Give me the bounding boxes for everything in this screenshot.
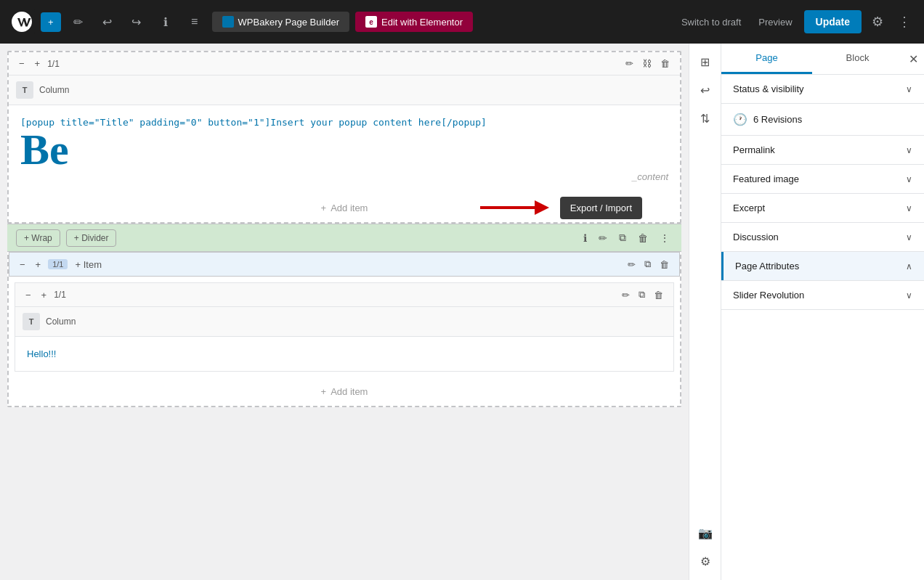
block-1-content: [popup title="Title" padding="0" button=… — [9, 105, 680, 194]
inner-plus[interactable]: + — [38, 288, 50, 302]
undo-tool-button[interactable]: ↩ — [694, 78, 716, 103]
item-label: + Item — [75, 259, 102, 270]
section-featured-image: Featured image ∨ — [721, 165, 924, 194]
add-button[interactable]: + — [41, 12, 61, 32]
info-button[interactable]: ℹ — [154, 10, 177, 33]
block-1-edit[interactable]: ✏ — [623, 57, 636, 70]
wpbakery-label: WPBakery Page Builder — [238, 17, 339, 28]
block-1-column-row: T Column — [9, 75, 680, 105]
page-attributes-header[interactable]: Page Attributes ∧ — [721, 252, 924, 280]
page-attributes-chevron: ∧ — [906, 261, 912, 271]
arrow-right-icon — [480, 193, 553, 222]
wpbakery-button[interactable]: WPBakery Page Builder — [212, 12, 349, 32]
revisions-label: 6 Revisions — [753, 114, 802, 125]
undo-button[interactable]: ↩ — [96, 10, 119, 33]
block-2: − + 1/1 + Item ✏ ⧉ 🗑 − + 1/1 — [7, 252, 681, 407]
block-2-add-item[interactable]: + Add item — [9, 377, 680, 406]
preview-button[interactable]: Preview — [753, 12, 798, 32]
elementor-button[interactable]: e Edit with Elementor — [355, 12, 473, 32]
block-2-minus[interactable]: − — [17, 258, 28, 271]
inner-block: − + 1/1 ✏ ⧉ 🗑 T Column Hello!!! — [15, 282, 674, 372]
toolbar-row: + Wrap + Divider ℹ ✏ ⧉ 🗑 ⋮ — [7, 224, 681, 252]
block-1-plus[interactable]: + — [32, 57, 44, 70]
revisions-header[interactable]: 🕐 6 Revisions — [721, 104, 924, 135]
menu-button[interactable]: ≡ — [183, 10, 206, 33]
hello-text: Hello!!! — [27, 348, 662, 359]
block-1-minus[interactable]: − — [16, 57, 28, 70]
status-visibility-chevron: ∨ — [906, 84, 912, 94]
item-label-btn[interactable]: + Item — [72, 258, 105, 271]
more-options-button[interactable]: ⋮ — [893, 9, 915, 34]
block-1-ratio: 1/1 — [47, 59, 60, 69]
wpbakery-icon — [222, 16, 234, 28]
content-placeholder: _content — [20, 171, 668, 182]
revisions-row: 🕐 6 Revisions — [733, 113, 802, 126]
elementor-icon: e — [365, 16, 377, 28]
panel-tabs: Page Block ✕ — [721, 44, 924, 75]
inner-minus[interactable]: − — [23, 288, 34, 302]
section-discussion: Discussion ∨ — [721, 223, 924, 252]
tab-block[interactable]: Block — [812, 44, 903, 74]
update-button[interactable]: Update — [804, 10, 862, 33]
redo-button[interactable]: ↪ — [125, 10, 148, 33]
inner-trash[interactable]: 🗑 — [651, 287, 666, 302]
slider-revolution-chevron: ∨ — [906, 290, 912, 301]
toolbar-trash-btn[interactable]: 🗑 — [635, 229, 651, 247]
settings-icon-button[interactable]: ⚙ — [867, 9, 888, 34]
permalink-header[interactable]: Permalink ∨ — [721, 136, 924, 164]
excerpt-chevron: ∨ — [906, 203, 912, 213]
clock-icon: 🕐 — [733, 113, 747, 126]
sort-tool-button[interactable]: ⇅ — [694, 106, 716, 131]
excerpt-header[interactable]: Excerpt ∨ — [721, 194, 924, 222]
inner-block-header: − + 1/1 ✏ ⧉ 🗑 — [15, 283, 673, 307]
item-row: − + 1/1 + Item ✏ ⧉ 🗑 — [9, 252, 680, 277]
add-item-plus-icon: + — [321, 203, 327, 213]
inner-block-content: Hello!!! — [15, 337, 673, 371]
excerpt-label: Excerpt — [733, 203, 765, 213]
block-2-plus[interactable]: + — [33, 258, 44, 271]
toolbar-info-btn[interactable]: ℹ — [580, 229, 590, 247]
featured-image-header[interactable]: Featured image ∨ — [721, 165, 924, 193]
topbar: + ✏ ↩ ↪ ℹ ≡ WPBakery Page Builder e Edit… — [0, 0, 924, 44]
toolbar-ellipsis-btn[interactable]: ⋮ — [657, 229, 673, 247]
right-panel: Page Block ✕ Status & visibility ∨ 🕐 6 R… — [721, 44, 924, 580]
toolbar-copy-btn[interactable]: ⧉ — [616, 229, 629, 247]
inner-column-label: Column — [46, 316, 76, 327]
block-1-header: − + 1/1 ✏ ⛓ 🗑 — [9, 52, 680, 75]
block-1-delete[interactable]: 🗑 — [657, 57, 673, 70]
panel-close-button[interactable]: ✕ — [903, 44, 924, 74]
popup-shortcode: [popup title="Title" padding="0" button=… — [20, 117, 668, 128]
toolbar-edit-btn[interactable]: ✏ — [596, 229, 610, 247]
inner-column-row: T Column — [15, 307, 673, 337]
divider-button[interactable]: + Divider — [66, 229, 117, 247]
camera-tool-button[interactable]: 📷 — [692, 520, 718, 546]
tab-page[interactable]: Page — [721, 44, 812, 74]
page-attributes-label: Page Attributes — [735, 261, 799, 271]
item-trash-btn[interactable]: 🗑 — [657, 257, 672, 271]
section-status-visibility: Status & visibility ∨ — [721, 75, 924, 104]
arrow-svg — [480, 193, 553, 222]
block-1-link[interactable]: ⛓ — [639, 57, 654, 70]
discussion-label: Discussion — [733, 232, 779, 242]
item-edit-btn[interactable]: ✏ — [625, 257, 639, 271]
layout-tool-button[interactable]: ⊞ — [694, 49, 716, 75]
export-import-button[interactable]: Export / Import — [560, 197, 642, 219]
switch-to-draft-button[interactable]: Switch to draft — [676, 12, 747, 32]
edit-icon-button[interactable]: ✏ — [67, 10, 90, 33]
add-item-label: Add item — [331, 203, 368, 213]
slider-revolution-header[interactable]: Slider Revolution ∨ — [721, 281, 924, 309]
svg-marker-1 — [535, 200, 549, 215]
item-copy-btn[interactable]: ⧉ — [641, 257, 654, 271]
gear-tool-button[interactable]: ⚙ — [694, 549, 716, 574]
be-logo: Be — [20, 128, 668, 171]
wrap-button[interactable]: + Wrap — [16, 229, 60, 247]
section-slider-revolution: Slider Revolution ∨ — [721, 281, 924, 310]
elementor-label: Edit with Elementor — [381, 17, 463, 28]
status-visibility-header[interactable]: Status & visibility ∨ — [721, 75, 924, 103]
inner-copy[interactable]: ⧉ — [636, 287, 648, 302]
permalink-label: Permalink — [733, 144, 775, 155]
inner-edit[interactable]: ✏ — [619, 287, 633, 302]
wp-logo[interactable] — [9, 9, 35, 35]
discussion-header[interactable]: Discussion ∨ — [721, 223, 924, 251]
featured-image-chevron: ∨ — [906, 174, 912, 184]
